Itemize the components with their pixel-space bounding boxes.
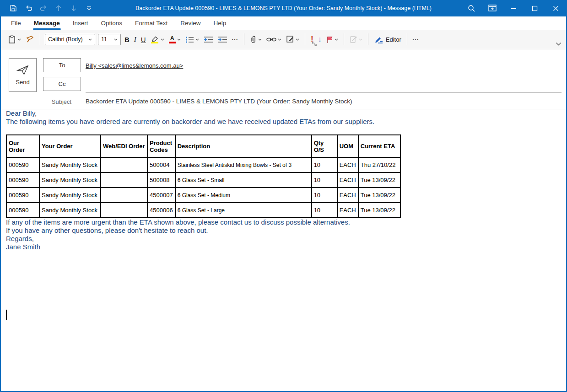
bold-button[interactable]: B bbox=[122, 32, 132, 46]
to-button[interactable]: To bbox=[43, 58, 81, 72]
table-row: 000590 Sandy Monthly Stock 500008 6 Glas… bbox=[6, 172, 400, 188]
col-our-order: Our Order bbox=[6, 135, 39, 157]
increase-indent-button[interactable] bbox=[216, 32, 230, 46]
minimize-button[interactable] bbox=[503, 0, 524, 16]
subject-input[interactable]: Backorder ETA Update 000590 - LIMES & LE… bbox=[86, 98, 352, 105]
col-web-edi-order: Web/EDI Order bbox=[101, 135, 147, 157]
message-body-editor[interactable]: Dear Billy, The following items you have… bbox=[1, 109, 566, 391]
ribbon-more-button[interactable]: ••• bbox=[410, 32, 421, 46]
save-icon[interactable] bbox=[9, 4, 17, 12]
follow-up-flag-button[interactable] bbox=[324, 32, 340, 46]
cc-button[interactable]: Cc bbox=[43, 77, 81, 91]
decrease-indent-button[interactable] bbox=[201, 32, 216, 46]
paste-button[interactable] bbox=[5, 32, 23, 46]
greeting-text: Dear Billy, bbox=[1, 109, 566, 118]
closing-note-text: If you have any other questions, please … bbox=[1, 226, 566, 235]
text-highlight-button[interactable] bbox=[148, 32, 167, 46]
customize-qat-icon[interactable] bbox=[85, 4, 93, 12]
send-plane-icon bbox=[16, 64, 29, 75]
chevron-down-icon bbox=[258, 38, 262, 41]
chevron-down-icon bbox=[88, 38, 92, 41]
separator bbox=[305, 33, 305, 45]
tab-review[interactable]: Review bbox=[174, 16, 207, 30]
chevron-down-icon bbox=[17, 38, 21, 41]
text-caret bbox=[6, 310, 7, 320]
table-row: 000590 Sandy Monthly Stock 4500007 6 Gla… bbox=[6, 188, 400, 203]
quick-access-toolbar bbox=[1, 4, 93, 12]
outlook-message-window: Backorder ETA Update 000590 - LIMES & LE… bbox=[0, 0, 567, 392]
col-description: Description bbox=[175, 135, 312, 157]
ribbon-tabs: File Message Insert Options Format Text … bbox=[1, 16, 566, 30]
more-formatting-button[interactable]: ••• bbox=[230, 32, 241, 46]
dialog-launcher-icon[interactable] bbox=[312, 42, 317, 47]
undo-icon[interactable] bbox=[24, 4, 32, 12]
close-button[interactable] bbox=[545, 0, 566, 16]
titlebar: Backorder ETA Update 000590 - LIMES & LE… bbox=[1, 0, 566, 16]
send-button[interactable]: Send bbox=[9, 58, 37, 92]
font-name-select[interactable]: Calibri (Body) bbox=[45, 34, 95, 45]
regards-text: Regards, bbox=[1, 235, 566, 243]
chevron-down-icon bbox=[195, 38, 199, 41]
chevron-down-icon bbox=[296, 38, 299, 41]
chevron-down-icon bbox=[177, 38, 181, 41]
ribbon-display-options-icon[interactable] bbox=[482, 0, 503, 16]
table-header-row: Our Order Your Order Web/EDI Order Produ… bbox=[6, 135, 400, 157]
to-recipient-link[interactable]: Billy <sales@limes&lemons.com.au> bbox=[86, 62, 183, 69]
maximize-button[interactable] bbox=[524, 0, 545, 16]
font-color-swatch bbox=[169, 42, 176, 43]
to-field-underline[interactable] bbox=[86, 73, 562, 73]
subject-label: Subject bbox=[43, 98, 80, 105]
link-button[interactable] bbox=[264, 32, 284, 46]
tab-message[interactable]: Message bbox=[27, 16, 66, 30]
tab-file[interactable]: File bbox=[5, 16, 27, 30]
separator bbox=[244, 33, 244, 45]
collapse-ribbon-icon[interactable] bbox=[556, 42, 562, 46]
font-size-select[interactable]: 11 bbox=[98, 34, 121, 45]
editor-pen-icon bbox=[374, 36, 383, 43]
separator bbox=[40, 33, 40, 45]
next-item-icon[interactable] bbox=[70, 4, 78, 12]
editor-button[interactable]: Editor bbox=[372, 32, 404, 46]
intro-text: The following items you have ordered are… bbox=[1, 118, 566, 126]
signature-button[interactable] bbox=[284, 32, 302, 46]
col-your-order: Your Order bbox=[39, 135, 101, 157]
chevron-down-icon bbox=[359, 38, 362, 41]
tab-format-text[interactable]: Format Text bbox=[129, 16, 174, 30]
chevron-down-icon bbox=[335, 38, 338, 41]
cc-field-underline[interactable] bbox=[86, 92, 562, 93]
assign-policy-button[interactable] bbox=[347, 32, 365, 46]
ribbon-toolbar: Calibri (Body) 11 B I U A bbox=[1, 30, 566, 49]
format-painter-button[interactable] bbox=[23, 32, 37, 46]
search-icon[interactable] bbox=[461, 0, 482, 16]
compose-header: Send To Cc Billy <sales@limes&lemons.com… bbox=[1, 49, 566, 109]
tab-insert[interactable]: Insert bbox=[66, 16, 95, 30]
backorder-eta-table: Our Order Your Order Web/EDI Order Produ… bbox=[6, 134, 401, 218]
italic-button[interactable]: I bbox=[132, 32, 139, 46]
attach-file-button[interactable] bbox=[248, 32, 264, 46]
redo-icon[interactable] bbox=[39, 4, 48, 12]
previous-item-icon[interactable] bbox=[54, 4, 63, 12]
signature-text: Jane Smith bbox=[1, 243, 566, 251]
table-row: 000590 Sandy Monthly Stock 4500006 6 Gla… bbox=[6, 203, 400, 218]
font-color-button[interactable]: A bbox=[167, 32, 183, 46]
chevron-down-icon bbox=[114, 38, 118, 41]
separator bbox=[368, 33, 368, 45]
table-row: 000590 Sandy Monthly Stock 500004 Stainl… bbox=[6, 157, 400, 172]
tab-help[interactable]: Help bbox=[207, 16, 232, 30]
chevron-down-icon bbox=[278, 38, 281, 41]
col-qty-os: Qty O/S bbox=[312, 135, 337, 157]
separator bbox=[344, 33, 344, 45]
window-controls bbox=[461, 0, 566, 16]
col-current-eta: Current ETA bbox=[358, 135, 400, 157]
tab-options[interactable]: Options bbox=[95, 16, 129, 30]
underline-button[interactable]: U bbox=[139, 32, 148, 46]
urgent-note-text: If any of the items are more urgent than… bbox=[1, 218, 566, 226]
col-product-codes: Product Codes bbox=[147, 135, 175, 157]
chevron-down-icon bbox=[161, 38, 164, 41]
separator bbox=[407, 33, 407, 45]
col-uom: UOM bbox=[337, 135, 358, 157]
bullets-button[interactable] bbox=[183, 32, 201, 46]
